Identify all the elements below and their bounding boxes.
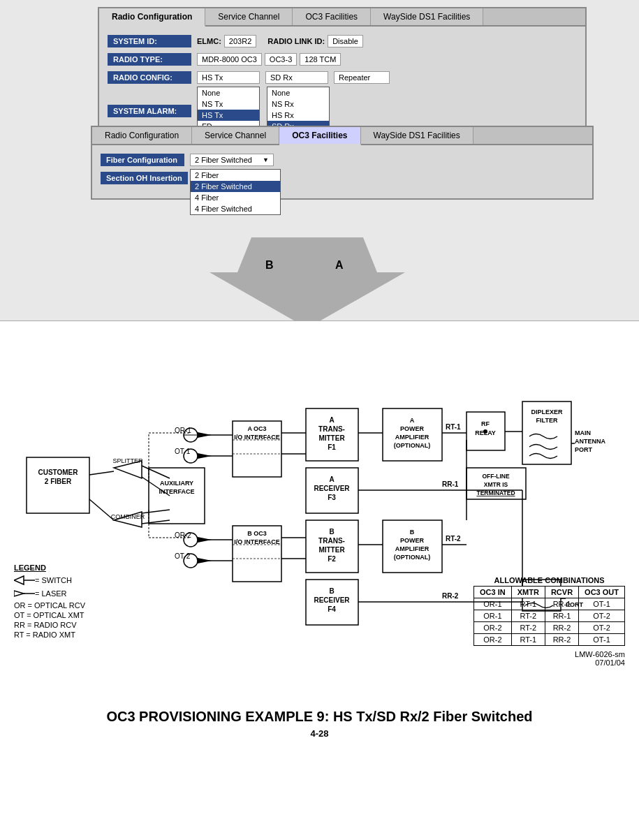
radio-link-value[interactable]: Disable [328, 35, 363, 47]
table-cell: OR-2 [474, 622, 512, 634]
option-none[interactable]: None [198, 87, 259, 98]
option-hs-tx[interactable]: HS Tx [198, 110, 259, 121]
option-ns-tx[interactable]: NS Tx [198, 98, 259, 110]
svg-text:AMPLIFIER: AMPLIFIER [395, 434, 429, 441]
svg-text:RR-1: RR-1 [442, 480, 459, 488]
option2-ns-rx[interactable]: NS Rx [267, 98, 329, 110]
fiber-opt-2fiber[interactable]: 2 Fiber [191, 170, 280, 181]
svg-text:F3: F3 [328, 494, 336, 501]
svg-text:CUSTOMER: CUSTOMER [38, 469, 78, 476]
legend: LEGEND = SWITCH = LASER OR = OPTICAL RCV… [14, 563, 85, 639]
system-alarm-label: SYSTEM ALARM: [108, 105, 191, 117]
legend-ot: OT = OPTICAL XMT [14, 611, 85, 619]
tab-wayside-2[interactable]: WaySide DS1 Facilities [361, 127, 473, 144]
svg-text:RF: RF [481, 420, 490, 427]
tab-service-channel-2[interactable]: Service Channel [192, 127, 279, 144]
table-cell: RT-1 [511, 634, 545, 646]
col-oc3in: OC3 IN [474, 587, 512, 598]
svg-text:A: A [409, 417, 414, 424]
table-cell: OR-1 [474, 598, 512, 610]
fiber-config-label: Fiber Configuration [101, 154, 184, 166]
section-oh-row: Section OH Insertion [101, 172, 584, 184]
option2-hs-rx[interactable]: HS Rx [267, 110, 329, 121]
svg-text:B: B [329, 587, 334, 595]
table-cell: RR-2 [545, 622, 578, 634]
elmc-label: ELMC: [197, 37, 221, 45]
svg-line-11 [89, 499, 114, 520]
svg-text:A OC3: A OC3 [247, 425, 266, 432]
tab-oc3-2[interactable]: OC3 Facilities [279, 127, 360, 145]
svg-text:POWER: POWER [399, 537, 424, 544]
svg-rect-3 [27, 457, 89, 513]
svg-text:OT-1: OT-1 [175, 448, 191, 455]
table-cell: RT-2 [511, 622, 545, 634]
elmc-value[interactable]: 203R2 [224, 35, 256, 47]
tab-service-channel-1[interactable]: Service Channel [205, 8, 293, 25]
tab-radio-config-2[interactable]: Radio Configuration [92, 127, 192, 144]
dialog-box-2: Radio Configuration Service Channel OC3 … [91, 126, 594, 200]
col-oc3out: OC3 OUT [579, 587, 625, 598]
svg-text:PORT: PORT [575, 446, 593, 453]
svg-text:A: A [335, 259, 344, 271]
fiber-config-options: 2 Fiber 2 Fiber Switched 4 Fiber 4 Fiber… [190, 169, 281, 215]
legend-title: LEGEND [14, 563, 85, 572]
fiber-opt-2fiber-sw[interactable]: 2 Fiber Switched [191, 181, 280, 192]
table-cell: OT-2 [579, 622, 625, 634]
svg-marker-119 [14, 576, 24, 584]
tab-radio-config-1[interactable]: Radio Configuration [99, 8, 205, 27]
tab-wayside-1[interactable]: WaySide DS1 Facilities [371, 8, 483, 25]
dialog-box-1: Radio Configuration Service Channel OC3 … [98, 7, 587, 133]
dropdown-arrow-svg: B A [196, 237, 419, 321]
svg-point-91 [483, 429, 487, 434]
svg-text:DIPLEXER: DIPLEXER [531, 408, 563, 415]
legend-or: OR = OPTICAL RCV [14, 601, 85, 610]
svg-text:RT-2: RT-2 [446, 535, 461, 543]
table-cell: RT-2 [511, 610, 545, 622]
system-alarm-row: SYSTEM ALARM: FD [108, 105, 577, 117]
svg-text:(OPTIONAL): (OPTIONAL) [393, 554, 430, 561]
legend-switch: = SWITCH [14, 575, 85, 586]
svg-text:TRANS-: TRANS- [318, 537, 345, 545]
svg-text:F1: F1 [328, 443, 336, 451]
radio-config-dropdown2[interactable]: SD Rx [265, 71, 328, 84]
svg-text:I/O INTERFACE: I/O INTERFACE [234, 434, 280, 441]
radio-config-dropdown3[interactable]: Repeater [334, 71, 390, 84]
section-oh-label: Section OH Insertion [101, 172, 188, 184]
tab-oc3-1[interactable]: OC3 Facilities [293, 8, 371, 25]
svg-text:B: B [409, 529, 414, 536]
radio-type-row: RADIO TYPE: MDR-8000 OC3 OC3-3 128 TCM [108, 53, 577, 66]
svg-text:TRANS-: TRANS- [318, 425, 345, 433]
fiber-opt-4fiber-sw[interactable]: 4 Fiber Switched [191, 203, 280, 214]
svg-text:AUXILIARY: AUXILIARY [159, 480, 193, 487]
svg-text:F4: F4 [328, 605, 336, 613]
col-xmtr: XMTR [511, 587, 545, 598]
svg-text:FILTER: FILTER [536, 417, 557, 424]
option2-none[interactable]: None [267, 87, 329, 98]
radio-config-row: RADIO CONFIG: HS Tx SD Rx Repeater None … [108, 71, 577, 84]
radio-config-dropdown1[interactable]: HS Tx [197, 71, 260, 84]
fiber-config-dropdown[interactable]: 2 Fiber Switched ▼ [190, 154, 274, 166]
svg-rect-12 [149, 468, 205, 524]
radio-type-label: RADIO TYPE: [108, 53, 191, 66]
svg-text:I/O INTERFACE: I/O INTERFACE [234, 538, 280, 545]
svg-line-10 [89, 471, 114, 475]
table-cell: OR-2 [474, 634, 512, 646]
svg-text:XMTR IS: XMTR IS [483, 481, 508, 488]
table-cell: RR-1 [545, 598, 578, 610]
tab-bar-1: Radio Configuration Service Channel OC3 … [99, 8, 585, 27]
svg-text:MITTER: MITTER [318, 434, 345, 442]
svg-text:MITTER: MITTER [318, 546, 345, 554]
top-dialogs-area: Radio Configuration Service Channel OC3 … [0, 0, 639, 321]
main-diagram-section: CUSTOMER 2 FIBER SPLITTER COMBINER AUXIL… [0, 321, 639, 702]
svg-text:2 FIBER: 2 FIBER [44, 478, 71, 485]
table-cell: RT-1 [511, 598, 545, 610]
allowable-table: ALLOWABLE COMBINATIONS OC3 IN XMTR RCVR … [473, 576, 625, 646]
fiber-opt-4fiber[interactable]: 4 Fiber [191, 192, 280, 203]
svg-text:B OC3: B OC3 [247, 530, 267, 537]
svg-text:F2: F2 [328, 555, 336, 563]
fiber-config-row: Fiber Configuration 2 Fiber Switched ▼ 2… [101, 154, 584, 166]
radio-type-val2: OC3-3 [265, 53, 297, 66]
svg-text:B: B [265, 259, 274, 271]
system-id-label: SYSTEM ID: [108, 35, 191, 47]
svg-marker-0 [210, 237, 405, 321]
